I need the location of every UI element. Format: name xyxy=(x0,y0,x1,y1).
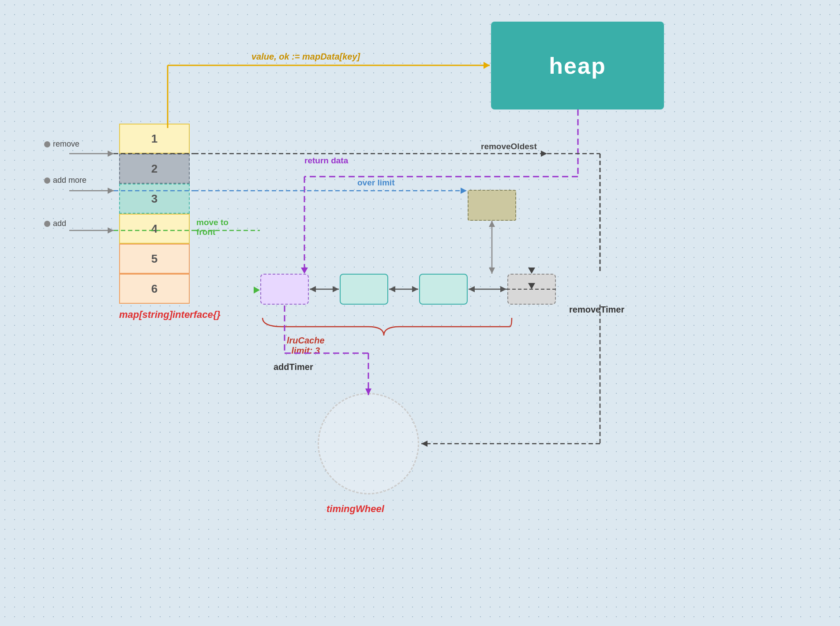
map-cell-1: 1 xyxy=(119,124,190,154)
svg-marker-33 xyxy=(412,286,418,292)
svg-marker-21 xyxy=(489,221,495,227)
map-label: map[string]interface{} xyxy=(119,309,190,321)
heap-label: heap xyxy=(549,53,606,79)
remove-dot xyxy=(44,141,50,147)
add-timer-label: addTimer xyxy=(274,362,313,372)
remove-timer-label: removeTimer xyxy=(569,305,624,315)
map-cell-5: 5 xyxy=(119,244,190,274)
svg-marker-47 xyxy=(108,188,114,194)
svg-marker-45 xyxy=(108,151,114,157)
lru-label: lruCachelimit: 3 xyxy=(287,336,325,356)
svg-text:value, ok := mapData[key]: value, ok := mapData[key] xyxy=(251,52,361,61)
svg-text:move to: move to xyxy=(196,218,229,227)
svg-marker-11 xyxy=(541,151,547,157)
svg-text:removeOldest: removeOldest xyxy=(481,142,537,151)
svg-marker-25 xyxy=(254,287,260,294)
svg-marker-29 xyxy=(310,286,316,292)
svg-text:return data: return data xyxy=(304,156,349,165)
map-stack: 1 2 3 4 5 6 map[string]interface{} xyxy=(119,124,190,321)
svg-text:front: front xyxy=(196,227,216,237)
lru-node-teal1 xyxy=(340,274,388,305)
svg-marker-39 xyxy=(421,441,428,447)
add-more-label: add more xyxy=(44,176,86,185)
svg-marker-36 xyxy=(500,286,506,292)
map-cell-4: 4 xyxy=(119,214,190,244)
heap-box: heap xyxy=(491,22,664,109)
map-cell-2: 2 xyxy=(119,154,190,184)
add-more-dot xyxy=(44,177,50,184)
lru-node-purple xyxy=(260,274,309,305)
timing-wheel-label: timingWheel xyxy=(326,503,384,515)
map-cell-3: 3 xyxy=(119,184,190,214)
svg-text:over limit: over limit xyxy=(357,178,395,187)
map-cell-6: 6 xyxy=(119,274,190,304)
svg-marker-22 xyxy=(489,268,495,274)
svg-marker-7 xyxy=(301,268,308,274)
svg-marker-30 xyxy=(333,286,339,292)
remove-label: remove xyxy=(44,140,79,149)
svg-marker-2 xyxy=(484,62,490,69)
svg-marker-51 xyxy=(528,268,535,274)
lru-node-gray xyxy=(507,274,556,305)
svg-marker-32 xyxy=(389,286,395,292)
timing-wheel xyxy=(318,393,419,494)
add-dot xyxy=(44,221,50,227)
lru-node-teal2 xyxy=(419,274,468,305)
svg-marker-49 xyxy=(108,227,114,234)
diagram: heap 1 2 3 4 5 6 map[string]interface{} … xyxy=(0,0,840,626)
add-label: add xyxy=(44,219,66,228)
over-limit-box xyxy=(468,190,516,221)
svg-marker-18 xyxy=(461,188,467,194)
svg-marker-35 xyxy=(469,286,475,292)
